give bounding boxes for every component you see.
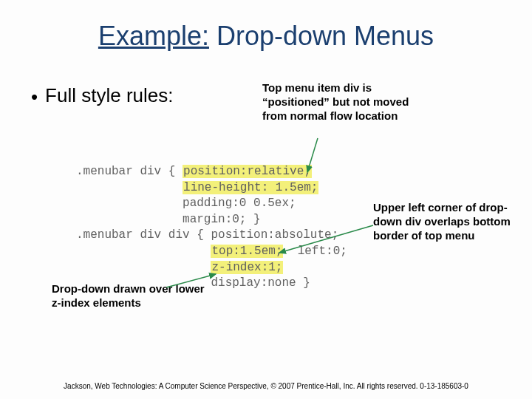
code-l4: margin:0; } [76,213,261,226]
annotation-left: Drop-down drawn over lower z-index eleme… [52,282,207,310]
bullet-text: Full style rules: [45,84,173,107]
bullet-row: • Full style rules: [31,84,174,107]
code-l2-highlight: line-height: 1.5em; [183,181,318,194]
code-l3: padding:0 0.5ex; [76,197,296,210]
annotation-top: Top menu item div is “positioned” but no… [262,81,410,123]
annotation-right: Upper left corner of drop-down div overl… [373,201,525,242]
css-code-block: .menubar div { position:relative; line-h… [76,164,347,292]
code-l6-highlight: top:1.5em; [211,245,283,258]
code-l1-highlight: position:relative; [183,165,312,178]
code-l7a [76,261,211,274]
code-l2a [76,181,183,194]
title-rest: Drop-down Menus [209,21,434,51]
code-l6a [76,245,211,258]
code-l6c: left:0; [283,245,347,258]
bullet-dot-icon: • [31,87,38,106]
slide-title: Example: Drop-down Menus [0,21,532,52]
code-l5: .menubar div div { position:absolute; [76,228,338,242]
code-l7-highlight: z-index:1; [211,261,283,274]
code-l1a: .menubar div { [76,165,183,178]
title-underlined: Example: [98,21,209,51]
slide-footer: Jackson, Web Technologies: A Computer Sc… [0,382,532,390]
